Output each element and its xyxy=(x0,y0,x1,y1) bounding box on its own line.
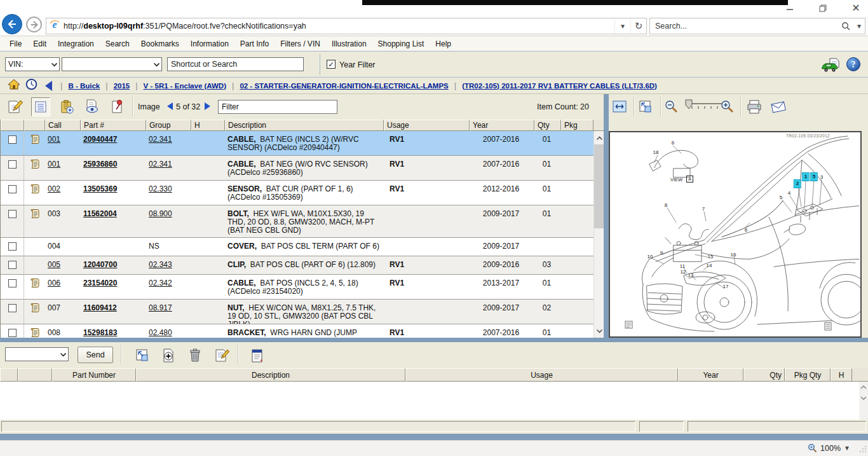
menu-item-part-info[interactable]: Part Info xyxy=(234,39,275,48)
vin-select[interactable]: VIN: xyxy=(5,57,60,71)
call-link[interactable]: 002 xyxy=(48,184,60,193)
breadcrumb-link-v-5r1-enclave-awd[interactable]: V - 5R1 - Enclave (AWD) xyxy=(144,82,226,90)
note-icon[interactable] xyxy=(31,159,39,180)
part-number-link[interactable]: 11562004 xyxy=(83,209,117,218)
row-select-checkbox[interactable] xyxy=(8,210,17,218)
forward-button[interactable] xyxy=(26,17,42,32)
browser-search-box[interactable]: Search... ▾ xyxy=(649,18,865,34)
delete-item-icon[interactable] xyxy=(187,347,203,364)
cart-column-header-blank[interactable] xyxy=(0,368,18,382)
parts-column-header-blank[interactable] xyxy=(1,120,24,131)
callout-7[interactable]: 7 xyxy=(702,207,705,212)
scroll-down-button[interactable] xyxy=(859,392,868,403)
part-number-link[interactable]: 20940447 xyxy=(83,135,117,144)
zoom-in-icon[interactable] xyxy=(718,97,737,116)
menu-item-bookmarks[interactable]: Bookmarks xyxy=(135,39,185,48)
maximize-button[interactable] xyxy=(816,2,830,15)
row-select-checkbox[interactable] xyxy=(8,304,17,312)
cart-column-header-h[interactable]: H xyxy=(831,368,852,382)
callout-10[interactable]: 10 xyxy=(648,254,653,259)
parts-row[interactable]: 0081529818302.480BRACKET, WRG HARN GND (… xyxy=(1,324,593,338)
parts-row[interactable]: 0012094044702.341CABLE, BAT NEG (INCLS 2… xyxy=(1,131,593,156)
shopping-list-scrollbar[interactable] xyxy=(859,382,868,420)
callout-6[interactable]: 6 xyxy=(745,228,747,233)
part-number-link[interactable]: 13505369 xyxy=(83,184,117,193)
parts-column-header-part[interactable]: Part # xyxy=(81,120,146,131)
cart-column-header-year[interactable]: Year xyxy=(678,368,743,382)
row-select-checkbox[interactable] xyxy=(8,329,17,337)
url-dropdown-arrow[interactable]: ▾ xyxy=(614,18,630,34)
row-select-checkbox[interactable] xyxy=(8,160,17,169)
fit-width-icon[interactable] xyxy=(611,97,630,116)
note-icon[interactable] xyxy=(31,278,39,299)
zoom-out-icon[interactable] xyxy=(662,97,681,116)
list-view-icon[interactable] xyxy=(31,97,50,116)
group-link[interactable]: 02.330 xyxy=(149,184,172,193)
note-icon[interactable] xyxy=(31,134,39,155)
menu-item-filters-vin[interactable]: Filters / VIN xyxy=(275,39,326,48)
zoom-control[interactable]: 100% ▼ xyxy=(808,443,850,453)
row-select-checkbox[interactable] xyxy=(8,135,17,144)
cart-column-header-part-number[interactable]: Part Number xyxy=(52,368,136,382)
illustration-panel[interactable]: TR02-105 03/23/2012 VIEW A 6188765415321… xyxy=(609,131,862,338)
cart-column-header-blank[interactable] xyxy=(18,368,52,382)
note-icon[interactable] xyxy=(31,303,39,324)
send-target-select[interactable] xyxy=(5,347,69,361)
callout-17[interactable]: 17 xyxy=(723,284,729,289)
part-number-link[interactable]: 23154020 xyxy=(83,279,117,287)
fit-page-icon[interactable] xyxy=(636,97,655,116)
minimize-button[interactable] xyxy=(783,2,797,15)
callout-11[interactable]: 11 xyxy=(680,264,685,269)
callout-14[interactable]: 14 xyxy=(707,263,712,268)
close-button[interactable]: ✕ xyxy=(849,2,863,15)
vehicle-info-icon[interactable] xyxy=(821,57,840,75)
parts-column-header-description[interactable]: Description xyxy=(225,120,384,131)
callout-6[interactable]: 6 xyxy=(672,141,674,146)
callout-16[interactable]: 16 xyxy=(731,252,736,258)
breadcrumb-link-02-starter-generator-ignitio[interactable]: 02 - STARTER-GENERATOR-IGNITION-ELECTRIC… xyxy=(240,82,448,90)
menu-item-search[interactable]: Search xyxy=(100,39,135,48)
menu-item-file[interactable]: File xyxy=(4,39,27,48)
add-to-shopping-list-icon[interactable] xyxy=(57,97,76,116)
next-image-button[interactable] xyxy=(205,102,210,110)
parts-column-header-call[interactable]: Call xyxy=(45,120,81,131)
parts-column-header-pkg[interactable]: Pkg xyxy=(561,120,593,131)
part-number-link[interactable]: 12040700 xyxy=(83,260,117,269)
menu-item-information[interactable]: Information xyxy=(185,39,234,48)
menu-item-shopping-list[interactable]: Shopping List xyxy=(372,39,430,48)
group-link[interactable]: 02.341 xyxy=(149,135,172,144)
callout-12[interactable]: 12 xyxy=(681,270,686,275)
breadcrumb-link-tr02-105-2011-2017-rv1-batte[interactable]: (TR02-105) 2011-2017 RV1 BATTERY CABLES … xyxy=(462,82,657,90)
search-dropdown-arrow[interactable]: ▾ xyxy=(853,18,865,34)
call-link[interactable]: 001 xyxy=(48,160,60,169)
refresh-button[interactable]: ↻ xyxy=(630,18,646,34)
shopping-list-body[interactable] xyxy=(0,382,859,420)
email-icon[interactable] xyxy=(769,97,788,116)
help-icon[interactable]: ? xyxy=(846,57,861,74)
parts-column-header-h[interactable]: H xyxy=(191,120,225,131)
send-button[interactable]: Send xyxy=(78,347,113,363)
call-link[interactable]: 005 xyxy=(48,260,60,269)
part-number-link[interactable]: 11609412 xyxy=(83,303,117,312)
resize-grip[interactable] xyxy=(858,444,867,455)
restore-pane-icon[interactable] xyxy=(134,347,151,364)
callout-13[interactable]: 13 xyxy=(688,273,694,278)
parts-column-header-blank[interactable] xyxy=(24,120,45,131)
callout-5[interactable]: 5 xyxy=(780,195,782,200)
filter-input[interactable]: Filter xyxy=(218,100,337,114)
group-link[interactable]: 08.900 xyxy=(149,209,172,218)
group-link[interactable]: 08.917 xyxy=(149,303,172,312)
home-icon[interactable] xyxy=(8,79,20,93)
print-icon[interactable] xyxy=(745,97,764,116)
callout-15[interactable]: 15 xyxy=(708,254,714,259)
note-icon[interactable] xyxy=(31,209,39,237)
menu-item-edit[interactable]: Edit xyxy=(27,39,52,48)
parts-row[interactable]: 0012593686002.341CABLE, BAT NEG (W/O RVC… xyxy=(1,156,593,181)
part-number-link[interactable]: 15298183 xyxy=(83,328,117,337)
breadcrumb-link-b-buick[interactable]: B - Buick xyxy=(68,82,100,90)
parts-row[interactable]: 0062315402002.342CABLE, BAT POS (INCLS 2… xyxy=(1,275,593,300)
callout-8[interactable]: 8 xyxy=(665,203,667,208)
horizontal-splitter[interactable] xyxy=(0,338,868,342)
cart-column-header-qty[interactable]: Qty xyxy=(743,368,785,382)
scroll-up-button[interactable] xyxy=(859,382,868,392)
